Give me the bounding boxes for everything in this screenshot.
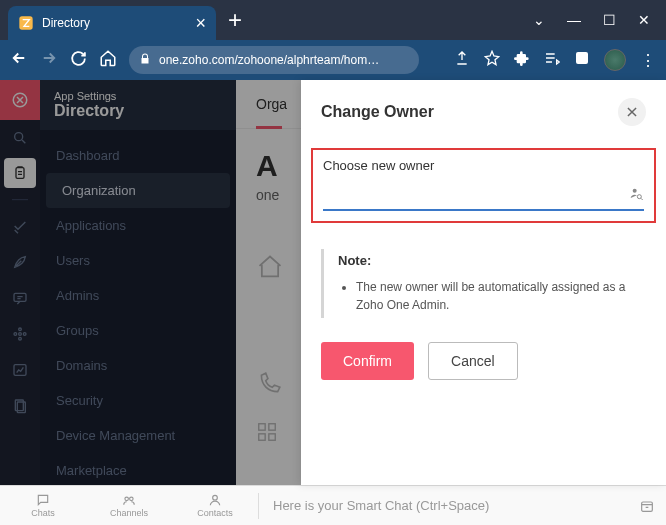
- browser-toolbar: one.zoho.com/zohoone/alphrteam/hom… ⋮: [0, 40, 666, 80]
- user-search-icon[interactable]: [628, 186, 644, 205]
- forward-button[interactable]: [40, 49, 58, 71]
- svg-rect-1: [576, 52, 588, 64]
- main-content: Orga A one Change Owner Cho: [236, 80, 666, 485]
- lock-icon: [139, 51, 151, 69]
- close-window-button[interactable]: ✕: [638, 12, 650, 28]
- extensions-icon[interactable]: [514, 50, 530, 70]
- bottom-bar: Chats Channels Contacts Here is your Sma…: [0, 485, 666, 525]
- browser-tabstrip: Directory × + ⌄ — ☐ ✕: [0, 0, 666, 40]
- bookmark-icon[interactable]: [484, 50, 500, 70]
- note-title: Note:: [338, 253, 646, 268]
- app-icon[interactable]: [574, 50, 590, 70]
- window-controls: ⌄ — ☐ ✕: [533, 12, 658, 28]
- zoho-icon: [18, 15, 34, 31]
- svg-point-19: [637, 195, 641, 199]
- minimize-button[interactable]: —: [567, 12, 581, 28]
- playlist-icon[interactable]: [544, 50, 560, 70]
- note-block: Note: The new owner will be automaticall…: [321, 249, 646, 318]
- url-text: one.zoho.com/zohoone/alphrteam/hom…: [159, 53, 379, 67]
- svg-rect-23: [642, 502, 653, 511]
- chevron-down-icon[interactable]: ⌄: [533, 12, 545, 28]
- tab-close-icon[interactable]: ×: [195, 13, 206, 34]
- bottom-tab-chats-label: Chats: [31, 508, 55, 518]
- overlay[interactable]: [0, 80, 236, 485]
- menu-icon[interactable]: ⋮: [640, 51, 656, 70]
- bottom-tab-contacts[interactable]: Contacts: [172, 493, 258, 518]
- svg-point-18: [633, 189, 637, 193]
- svg-point-22: [213, 495, 218, 500]
- home-button[interactable]: [99, 49, 117, 71]
- owner-input-highlight: Choose new owner: [311, 148, 656, 223]
- owner-input-label: Choose new owner: [323, 158, 644, 173]
- cancel-button[interactable]: Cancel: [428, 342, 518, 380]
- tab-title: Directory: [42, 16, 187, 30]
- address-bar[interactable]: one.zoho.com/zohoone/alphrteam/hom…: [129, 46, 419, 74]
- bottom-tab-channels-label: Channels: [110, 508, 148, 518]
- reload-button[interactable]: [70, 50, 87, 71]
- bottom-archive-icon[interactable]: [628, 498, 666, 514]
- svg-point-20: [125, 497, 129, 501]
- overlay-main[interactable]: [236, 80, 301, 485]
- svg-point-21: [130, 497, 134, 501]
- note-item: The new owner will be automatically assi…: [356, 278, 646, 314]
- smart-chat-input[interactable]: Here is your Smart Chat (Ctrl+Space): [259, 498, 628, 513]
- owner-input[interactable]: [323, 181, 628, 205]
- profile-avatar[interactable]: [604, 49, 626, 71]
- back-button[interactable]: [10, 49, 28, 71]
- modal-close-button[interactable]: [618, 98, 646, 126]
- bottom-tab-channels[interactable]: Channels: [86, 493, 172, 518]
- bottom-tab-chats[interactable]: Chats: [0, 493, 86, 518]
- browser-tab[interactable]: Directory ×: [8, 6, 216, 40]
- new-tab-button[interactable]: +: [228, 8, 242, 32]
- modal-title: Change Owner: [321, 103, 434, 121]
- bottom-tab-contacts-label: Contacts: [197, 508, 233, 518]
- change-owner-modal: Change Owner Choose new owner Note: The …: [301, 80, 666, 485]
- maximize-button[interactable]: ☐: [603, 12, 616, 28]
- confirm-button[interactable]: Confirm: [321, 342, 414, 380]
- share-icon[interactable]: [454, 50, 470, 70]
